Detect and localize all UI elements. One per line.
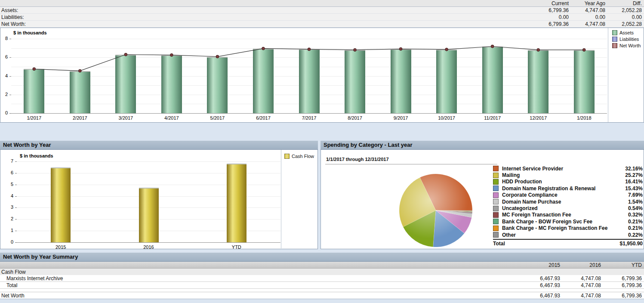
bar-assets-6/2017[interactable] — [253, 49, 274, 113]
category-percentage: 0.32% — [618, 212, 643, 218]
cash-flow-group-row: Cash Flow — [0, 269, 644, 275]
account-2016: 4,747.08 — [560, 275, 601, 281]
total-ytd: 6,799.36 — [601, 282, 642, 288]
x-axis-label: 1/2018 — [561, 115, 607, 121]
bar-assets-2/2017[interactable] — [70, 71, 90, 113]
category-label: MC Foreign Transaction Fee — [502, 212, 618, 218]
pie-legend-item-corporate-compliance: Corporate Compliance7.69% — [493, 192, 643, 198]
y-axis-tick — [9, 95, 11, 95]
bar-assets-5/2017[interactable] — [207, 57, 228, 113]
net-worth-year-ago: 4,747.08 — [569, 21, 605, 27]
y-axis-tick — [9, 76, 11, 77]
bar-assets-4/2017[interactable] — [161, 55, 182, 113]
net-worth-by-year-header: Net Worth by Year — [0, 141, 318, 150]
column-header-current: Current — [532, 0, 569, 6]
total-label: Total — [0, 282, 519, 288]
net-worth-summary-row: Net Worth 6,467.93 4,747.08 6,799.36 — [0, 292, 644, 299]
bar-cash-flow-YTD[interactable] — [227, 164, 247, 242]
legend-label: Liabilities — [619, 37, 639, 42]
assets-swatch-icon — [612, 30, 617, 35]
pie-legend-item-domain-name-registration-renewal: Domain Name Registration & Renewal15.43% — [493, 185, 643, 192]
bar-assets-9/2017[interactable] — [391, 49, 411, 113]
y-axis-tick-label: 5 — [0, 182, 13, 187]
column-header-2016: 2016 — [560, 262, 601, 268]
pie-legend-item-mailing: Mailing25.27% — [493, 172, 643, 178]
pie-legend-item-bank-charge-mc-foreign-transaction-fee: Bank Charge - MC Foreign Transaction Fee… — [493, 225, 643, 232]
summary-header-row: Current Year Ago Diff. — [0, 0, 644, 7]
category-percentage: 1.54% — [618, 199, 643, 205]
bar-cash-flow-2015[interactable] — [51, 167, 71, 242]
legend-label: Assets — [619, 30, 634, 35]
category-label: Other — [502, 232, 618, 238]
category-swatch-icon — [493, 232, 499, 238]
legend-item-assets: Assets — [612, 30, 641, 36]
bar-assets-3/2017[interactable] — [115, 55, 136, 113]
cash-flow-total-row: Total 6,467.93 4,747.08 6,799.36 — [0, 282, 644, 289]
category-swatch-icon — [493, 206, 499, 211]
y-axis-tick-label: 6 — [0, 170, 13, 175]
x-axis-label: 11/2017 — [469, 115, 515, 121]
category-percentage: 32.16% — [618, 166, 643, 172]
pie-legend: Internet Service Provider32.16%Mailing25… — [493, 165, 643, 247]
account-2015: 6,467.93 — [519, 275, 560, 281]
net-worth-label: Net Worth: — [0, 21, 532, 27]
spending-by-category-body: 1/1/2017 through 12/31/2017 Internet Ser… — [320, 150, 644, 249]
summary-column-header-row: 2015 2016 YTD — [0, 262, 644, 269]
category-swatch-icon — [493, 212, 499, 218]
y-axis-tick — [9, 39, 11, 39]
pie-legend-item-mc-foreign-transaction-fee: MC Foreign Transaction Fee0.32% — [493, 212, 643, 218]
bar-assets-10/2017[interactable] — [436, 49, 457, 113]
pie-legend-rows: Internet Service Provider32.16%Mailing25… — [493, 165, 643, 238]
net-worth-summary-table: Current Year Ago Diff. Assets: 6,799.36 … — [0, 0, 644, 28]
spending-by-category-header: Spending by Category - Last year — [320, 141, 644, 150]
legend-label: Cash Flow — [292, 154, 314, 159]
net-worth-current: 6,799.36 — [532, 21, 569, 27]
net-worth-2016: 4,747.08 — [560, 293, 601, 299]
assets-diff: 2,052.28 — [605, 7, 642, 13]
y-axis-tick-label: 4 — [0, 193, 13, 198]
x-axis — [17, 242, 280, 243]
cash-flow-swatch-icon — [284, 154, 290, 159]
pie-legend-item-domain-name-purchase: Domain Name Purchase1.54% — [493, 198, 643, 205]
bar-assets-11/2017[interactable] — [482, 46, 503, 113]
account-row-marxists-internet-archive[interactable]: Marxists Internet Archive 6,467.93 4,747… — [0, 275, 644, 282]
pie-total-row: Total $1,950.90 — [493, 239, 643, 247]
spacer — [0, 289, 644, 292]
category-swatch-icon — [493, 219, 499, 224]
bar-cash-flow-2016[interactable] — [139, 188, 159, 242]
x-axis-label: 4/2017 — [149, 115, 195, 121]
pie-legend-item-hdd-production: HDD Production16.41% — [493, 179, 643, 185]
net-worth-by-year-title: Net Worth by Year — [3, 142, 51, 148]
category-percentage: 0.54% — [618, 205, 643, 211]
summary-section-header: Net Worth by Year Summary — [0, 253, 644, 262]
y-axis-tick-label: 2 — [0, 92, 8, 97]
y-axis-tick — [15, 196, 17, 197]
x-axis-label: 8/2017 — [332, 115, 378, 121]
spending-pie-chart — [397, 172, 475, 249]
bar-assets-8/2017[interactable] — [345, 50, 365, 113]
category-label: Corporate Compliance — [502, 192, 618, 198]
monthly-chart-legend: AssetsLiabilitiesNet Worth — [612, 30, 641, 49]
y-axis-tick — [15, 161, 17, 162]
pie-legend-item-other: Other0.22% — [493, 232, 643, 238]
liabilities-row: Liabilities: 0.00 0.00 0.00 — [0, 14, 644, 21]
category-percentage: 0.22% — [618, 232, 643, 238]
yearly-bar-chart: 0123456720152016YTD — [0, 150, 317, 248]
net-worth-summary-label: Net Worth — [0, 293, 519, 299]
bar-assets-1/2017[interactable] — [24, 69, 44, 113]
liabilities-year-ago: 0.00 — [569, 14, 605, 20]
y-axis-tick — [9, 57, 11, 58]
pie-legend-item-internet-service-provider: Internet Service Provider32.16% — [493, 165, 643, 172]
y-axis-tick-label: 6 — [0, 54, 8, 59]
liabilities-current: 0.00 — [532, 14, 569, 20]
legend-label: Net Worth — [619, 43, 641, 48]
bar-assets-12/2017[interactable] — [528, 50, 548, 113]
y-axis-tick-label: 8 — [0, 36, 8, 41]
account-label[interactable]: Marxists Internet Archive — [0, 275, 519, 281]
column-header-year-ago: Year Ago — [569, 0, 605, 6]
bar-assets-1/2018[interactable] — [574, 50, 595, 113]
bar-assets-7/2017[interactable] — [299, 49, 320, 113]
pie-legend-item-bank-charge-bow-foreign-svc-fee: Bank Charge - BOW Foreign Svc Fee0.21% — [493, 218, 643, 225]
category-swatch-icon — [493, 173, 499, 178]
x-axis-label: 6/2017 — [240, 115, 287, 121]
